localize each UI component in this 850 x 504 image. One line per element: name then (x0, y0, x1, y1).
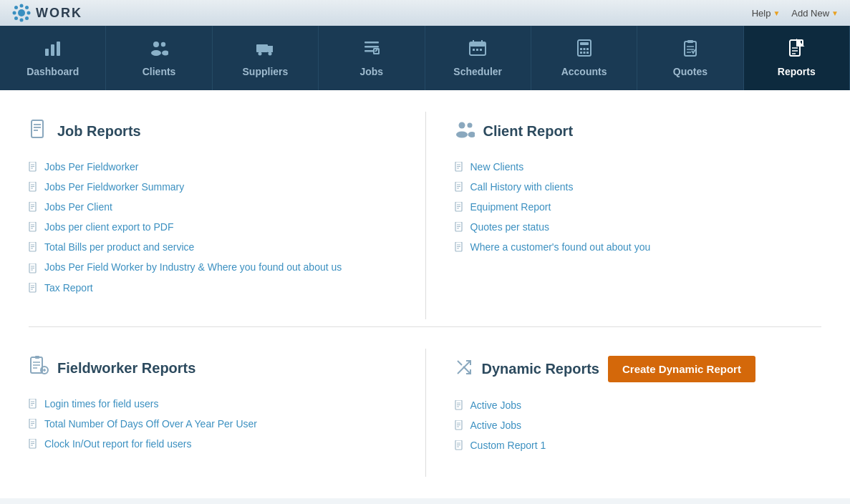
client-reports-section: Client Report New Clients Call History w… (425, 112, 822, 319)
svg-point-83 (467, 123, 472, 128)
doc-icon (29, 439, 39, 449)
list-item: Total Bills per product and service (29, 237, 411, 257)
svg-point-18 (269, 52, 272, 56)
svg-rect-40 (687, 40, 693, 43)
report-link[interactable]: Active Jobs (470, 420, 522, 431)
add-new-link[interactable]: Add New ▼ (791, 8, 839, 19)
doc-icon (455, 242, 465, 252)
report-link[interactable]: Call History with clients (470, 181, 574, 193)
report-link[interactable]: Jobs Per Client (44, 201, 112, 213)
report-link[interactable]: Total Number Of Days Off Over A Year Per… (44, 418, 257, 430)
list-item: Jobs Per Client (29, 197, 411, 217)
client-reports-header: Client Report (455, 119, 808, 144)
dynamic-reports-header: Dynamic Reports Create Dynamic Report (455, 356, 808, 382)
svg-point-4 (27, 11, 31, 15)
report-link[interactable]: Tax Report (44, 282, 93, 294)
doc-icon (29, 202, 39, 212)
job-reports-header: Job Reports (29, 119, 411, 144)
list-item: Total Number Of Days Off Over A Year Per… (29, 414, 411, 434)
doc-icon (29, 399, 39, 409)
nav-item-jobs[interactable]: Jobs (319, 26, 425, 90)
svg-point-12 (153, 42, 159, 47)
file-text-icon (787, 39, 806, 62)
section-divider (29, 326, 821, 327)
fieldworker-reports-header: Fieldworker Reports (29, 356, 411, 381)
logo-icon (11, 3, 32, 23)
report-link[interactable]: New Clients (470, 161, 524, 173)
svg-point-17 (259, 52, 262, 56)
nav-item-clients[interactable]: Clients (106, 26, 212, 90)
svg-rect-30 (480, 49, 482, 51)
nav-item-quotes[interactable]: Quotes (637, 26, 743, 90)
help-link[interactable]: Help ▼ (752, 8, 781, 19)
report-link[interactable]: Active Jobs (470, 399, 522, 411)
nav-item-scheduler[interactable]: Scheduler (425, 26, 531, 90)
fieldworker-reports-list: Login times for field users Total Number… (29, 394, 411, 454)
svg-rect-33 (580, 48, 582, 50)
top-reports-grid: Job Reports Jobs Per Fieldworker Jobs Pe… (29, 112, 821, 319)
svg-rect-38 (586, 52, 589, 54)
svg-point-82 (456, 132, 468, 138)
svg-rect-34 (583, 48, 585, 50)
report-link[interactable]: Equipment Report (470, 201, 551, 213)
truck-icon (256, 39, 274, 62)
nav-item-dashboard[interactable]: Dashboard (0, 26, 106, 90)
svg-point-7 (14, 16, 18, 20)
svg-point-6 (25, 16, 29, 20)
svg-point-84 (468, 132, 475, 137)
logo-text: WORK (36, 6, 82, 21)
job-reports-title: Job Reports (57, 123, 141, 140)
svg-rect-9 (45, 49, 49, 56)
list-item: Jobs Per Fieldworker (29, 157, 411, 177)
list-item: Custom Report 1 (455, 435, 808, 455)
svg-rect-36 (580, 52, 582, 54)
client-reports-icon (455, 119, 475, 144)
fieldworker-reports-title: Fieldworker Reports (57, 360, 195, 377)
doc-icon (455, 202, 465, 212)
report-link[interactable]: Quotes per status (470, 221, 550, 233)
logo-area: WORK (11, 3, 82, 23)
doc-icon (29, 182, 39, 192)
svg-rect-49 (32, 120, 43, 137)
nav-item-suppliers[interactable]: Suppliers (213, 26, 319, 90)
svg-rect-28 (473, 49, 475, 51)
list-icon (362, 39, 381, 62)
svg-point-3 (13, 11, 16, 15)
doc-icon (455, 440, 465, 450)
calendar-icon (468, 39, 487, 62)
nav-item-reports[interactable]: Reports (744, 26, 850, 90)
report-link[interactable]: Clock In/Out report for field users (44, 438, 191, 450)
doc-icon (455, 400, 465, 410)
list-item: Jobs Per Field Worker by Industry & Wher… (29, 257, 411, 278)
list-item: Where a customer's found out about you (455, 237, 808, 257)
list-item: Call History with clients (455, 177, 808, 197)
doc-icon (455, 182, 465, 192)
svg-rect-106 (35, 356, 39, 359)
list-item: Login times for field users (29, 394, 411, 414)
clipboard-icon (681, 39, 700, 62)
create-dynamic-report-button[interactable]: Create Dynamic Report (608, 356, 755, 382)
main-content: Job Reports Jobs Per Fieldworker Jobs Pe… (0, 90, 850, 498)
svg-rect-19 (364, 42, 379, 44)
svg-point-81 (458, 122, 465, 129)
shuffle-icon (455, 358, 473, 381)
add-new-dropdown-arrow: ▼ (831, 9, 839, 17)
nav-item-accounts[interactable]: Accounts (531, 26, 637, 90)
report-link[interactable]: Where a customer's found out about you (470, 241, 651, 253)
list-item: Equipment Report (455, 197, 808, 217)
people-icon (150, 39, 168, 62)
main-nav: Dashboard Clients Suppliers (0, 26, 850, 90)
svg-line-23 (375, 49, 377, 52)
report-link[interactable]: Login times for field users (44, 398, 159, 410)
report-link[interactable]: Jobs Per Fieldworker (44, 161, 139, 173)
svg-point-5 (14, 6, 18, 9)
client-reports-title: Client Report (483, 123, 574, 140)
report-link[interactable]: Jobs per client export to PDF (44, 221, 174, 233)
report-link[interactable]: Jobs Per Field Worker by Industry & Wher… (44, 261, 342, 273)
report-link[interactable]: Custom Report 1 (470, 440, 546, 451)
svg-rect-16 (256, 44, 268, 52)
svg-point-8 (25, 6, 29, 9)
report-link[interactable]: Jobs Per Fieldworker Summary (44, 181, 184, 193)
dynamic-reports-list: Active Jobs Active Jobs Custom Report 1 (455, 395, 808, 455)
report-link[interactable]: Total Bills per product and service (44, 241, 194, 253)
